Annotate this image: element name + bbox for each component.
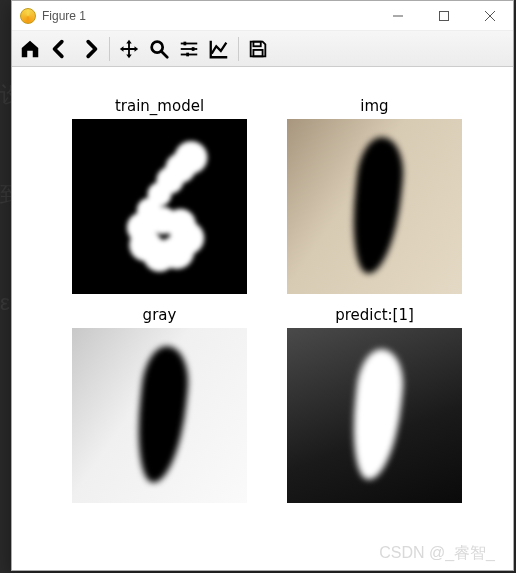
home-button[interactable] bbox=[16, 35, 44, 63]
pan-button[interactable] bbox=[115, 35, 143, 63]
zoom-button[interactable] bbox=[145, 35, 173, 63]
subplot-predict: predict:[1] bbox=[287, 306, 462, 503]
subplot-img: img bbox=[287, 97, 462, 294]
edit-axes-button[interactable] bbox=[205, 35, 233, 63]
magnify-icon bbox=[148, 38, 170, 60]
svg-rect-10 bbox=[192, 47, 195, 51]
subplot-image-color bbox=[287, 119, 462, 294]
svg-rect-13 bbox=[253, 49, 262, 55]
arrow-right-icon bbox=[79, 38, 101, 60]
titlebar[interactable]: Figure 1 bbox=[12, 1, 513, 31]
home-icon bbox=[19, 38, 41, 60]
matplotlib-toolbar bbox=[12, 31, 513, 67]
subplot-image-gray bbox=[72, 328, 247, 503]
floppy-icon bbox=[247, 38, 269, 60]
subplot-title: img bbox=[360, 97, 388, 115]
subplot-image-predict bbox=[287, 328, 462, 503]
svg-rect-9 bbox=[184, 41, 187, 45]
svg-rect-11 bbox=[186, 52, 189, 56]
svg-rect-1 bbox=[440, 11, 449, 20]
subplot-train-model: train_model bbox=[72, 97, 247, 294]
svg-rect-12 bbox=[253, 41, 260, 46]
subplot-title: predict:[1] bbox=[335, 306, 414, 324]
forward-button[interactable] bbox=[76, 35, 104, 63]
chart-line-icon bbox=[208, 38, 230, 60]
watermark-text: CSDN @_睿智_ bbox=[379, 543, 495, 564]
save-button[interactable] bbox=[244, 35, 272, 63]
app-icon bbox=[20, 8, 36, 24]
arrow-left-icon bbox=[49, 38, 71, 60]
figure-window: Figure 1 bbox=[11, 0, 514, 571]
toolbar-separator bbox=[109, 37, 110, 61]
minimize-button[interactable] bbox=[375, 1, 421, 31]
svg-line-5 bbox=[162, 51, 168, 57]
subplot-title: train_model bbox=[115, 97, 204, 115]
subplot-gray: gray bbox=[72, 306, 247, 503]
configure-button[interactable] bbox=[175, 35, 203, 63]
subplot-image-train bbox=[72, 119, 247, 294]
maximize-button[interactable] bbox=[421, 1, 467, 31]
window-title: Figure 1 bbox=[42, 9, 86, 23]
back-button[interactable] bbox=[46, 35, 74, 63]
move-icon bbox=[118, 38, 140, 60]
close-button[interactable] bbox=[467, 1, 513, 31]
sliders-icon bbox=[178, 38, 200, 60]
figure-canvas[interactable]: train_model img gray predict:[1] CSDN @_… bbox=[12, 67, 513, 570]
subplot-grid: train_model img gray predict:[1] bbox=[72, 97, 462, 503]
subplot-title: gray bbox=[143, 306, 177, 324]
toolbar-separator bbox=[238, 37, 239, 61]
